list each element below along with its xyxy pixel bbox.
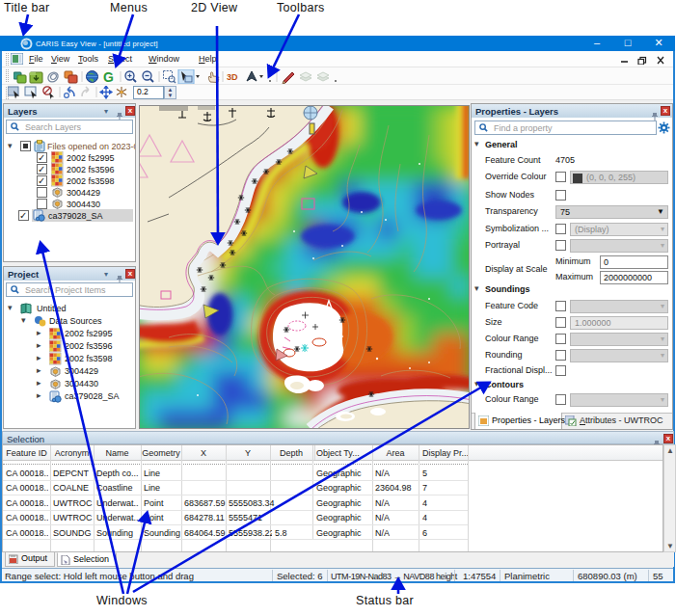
svg-text:G: G xyxy=(103,69,114,84)
svg-text:3D: 3D xyxy=(227,72,238,82)
